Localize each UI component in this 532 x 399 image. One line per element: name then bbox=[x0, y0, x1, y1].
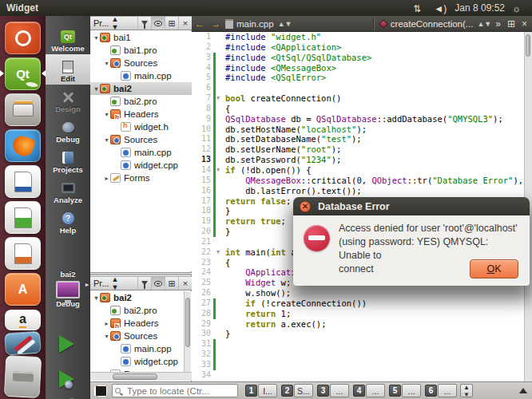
output-pane-2[interactable]: 2S... bbox=[281, 384, 313, 397]
fold-marker-icon[interactable]: ▼ bbox=[216, 93, 224, 104]
tree-item-widget-cpp[interactable]: widget.cpp bbox=[90, 355, 192, 368]
code-line-33[interactable]: 33 bbox=[192, 360, 532, 370]
tree-item-main-cpp[interactable]: main.cpp bbox=[90, 342, 192, 355]
volume-icon[interactable]: ◄) bbox=[434, 3, 444, 13]
code-line-28[interactable]: 28 return 1; bbox=[192, 309, 532, 319]
go-forward-icon[interactable]: → bbox=[211, 18, 220, 30]
tree-vertical-scrollbar[interactable] bbox=[184, 291, 191, 372]
code-line-31[interactable]: 31 bbox=[192, 339, 532, 350]
fold-marker-icon[interactable]: ▼ bbox=[216, 247, 224, 258]
launcher-item-amazon[interactable]: a bbox=[5, 310, 41, 330]
expanded-arrow-icon[interactable]: ▾ bbox=[103, 60, 110, 67]
open-file-dropdown[interactable]: main.cpp ▲▼ bbox=[236, 19, 296, 29]
code-line-3[interactable]: 3#include <QtSql/QSqlDatabase> bbox=[192, 53, 532, 63]
code-line-16[interactable]: 16 db.lastError().text()); bbox=[192, 186, 532, 196]
expanded-arrow-icon[interactable]: ▾ bbox=[93, 85, 100, 93]
expanded-arrow-icon[interactable]: ▾ bbox=[103, 333, 110, 340]
code-line-9[interactable]: 9QSqlDatabase db = QSqlDatabase::addData… bbox=[192, 114, 532, 124]
panel-combo-arrows-icon[interactable]: ▲▼ bbox=[112, 275, 119, 291]
code-line-4[interactable]: 4#include <QMessageBox> bbox=[192, 63, 532, 73]
tree-horizontal-scrollbar[interactable] bbox=[90, 372, 192, 381]
close-panel-icon[interactable]: × bbox=[178, 17, 192, 30]
tree-item-forms[interactable]: ▸Forms bbox=[90, 172, 192, 184]
expanded-arrow-icon[interactable]: ▾ bbox=[103, 111, 110, 118]
symbol-dropdown[interactable]: createConnection(... ▲▼ bbox=[391, 19, 495, 29]
mode-debug[interactable]: Debug bbox=[46, 115, 90, 145]
code-line-5[interactable]: 5#include <QSqlError> bbox=[192, 73, 532, 83]
code-line-15[interactable]: 15 QMessageBox::critical(0, QObject::tr(… bbox=[192, 176, 532, 186]
code-line-32[interactable]: 32 bbox=[192, 350, 532, 360]
launcher-item-qt-creator[interactable]: Qt bbox=[5, 57, 41, 90]
output-pane-4[interactable]: 4... bbox=[353, 384, 385, 397]
toggle-sidebar-icon[interactable] bbox=[94, 385, 107, 397]
tree-item-bai2-pro[interactable]: bai2.pro bbox=[90, 304, 192, 317]
output-pane-6[interactable]: 6... bbox=[425, 384, 457, 397]
ok-button[interactable]: OK bbox=[470, 259, 518, 279]
code-line-8[interactable]: 8{ bbox=[192, 104, 532, 114]
code-line-7[interactable]: 7▼bool createConnection() bbox=[192, 93, 532, 104]
mode-projects[interactable]: Projects bbox=[46, 145, 90, 176]
code-line-14[interactable]: 14▼if (!db.open()) { bbox=[192, 165, 532, 176]
filter-icon[interactable] bbox=[137, 17, 151, 30]
tree-item-bai2[interactable]: ▾bai2 bbox=[90, 82, 192, 95]
target-flyout-arrow[interactable]: ▸ bbox=[85, 281, 89, 288]
dialog-titlebar[interactable]: ✕ Database Error bbox=[293, 197, 530, 215]
code-line-10[interactable]: 10db.setHostName("localhost"); bbox=[192, 124, 532, 135]
code-line-13[interactable]: 13db.setPassword("1234"); bbox=[192, 155, 532, 165]
launcher-item-firefox[interactable] bbox=[5, 129, 41, 162]
output-pane-spinner[interactable]: ▲▼ bbox=[460, 384, 473, 397]
maximize-output-icon[interactable] bbox=[519, 388, 527, 393]
go-back-icon[interactable]: ← bbox=[195, 18, 204, 30]
output-pane-3[interactable]: 3... bbox=[317, 384, 349, 397]
code-line-29[interactable]: 29 return a.exec(); bbox=[192, 319, 532, 330]
launcher-item-libreoffice-writer[interactable] bbox=[5, 165, 41, 198]
launcher-item-software-center[interactable]: A bbox=[5, 273, 41, 306]
tree-item-main-cpp[interactable]: main.cpp bbox=[90, 146, 192, 159]
tree-item-widget-cpp[interactable]: widget.cpp bbox=[90, 159, 192, 172]
expanded-arrow-icon[interactable]: ▾ bbox=[93, 34, 100, 41]
tree-item-headers[interactable]: ▸Headers bbox=[90, 317, 192, 330]
panel-title[interactable]: Pr... bbox=[93, 279, 109, 288]
tree-item-bai2-pro[interactable]: bai2.pro bbox=[90, 95, 192, 108]
close-panel-icon[interactable]: × bbox=[178, 277, 192, 290]
collapsed-arrow-icon[interactable]: ▸ bbox=[103, 320, 110, 327]
collapsed-arrow-icon[interactable]: ▸ bbox=[103, 175, 110, 182]
panel-combo-arrows-icon[interactable]: ▲▼ bbox=[112, 15, 119, 31]
launcher-item-mysql-workbench[interactable] bbox=[4, 330, 42, 355]
build-target-selector[interactable]: bai2 ▸ Debug bbox=[46, 270, 90, 308]
clock[interactable]: Jan 8 09:52 bbox=[455, 2, 505, 14]
locator-input[interactable] bbox=[112, 384, 238, 397]
code-line-26[interactable]: 26 w.show(); bbox=[192, 288, 532, 298]
sync-with-editor-icon[interactable] bbox=[151, 17, 165, 30]
session-gear-icon[interactable]: ☼ bbox=[512, 3, 522, 13]
tree-item-bai2[interactable]: ▾bai2 bbox=[90, 291, 192, 304]
tree-item-sources[interactable]: ▾Sources bbox=[90, 133, 192, 146]
split-panel-icon[interactable]: ⊞ bbox=[165, 277, 178, 290]
mode-edit[interactable]: Edit bbox=[46, 54, 90, 85]
network-updown-icon[interactable]: ⇅ bbox=[413, 3, 423, 13]
launcher-item-file-manager[interactable] bbox=[5, 93, 41, 126]
panel-splitter[interactable] bbox=[90, 272, 192, 275]
output-pane-1[interactable]: 1I... bbox=[245, 384, 277, 397]
toolbar-overflow-icon[interactable]: » bbox=[495, 18, 501, 30]
launcher-item-dash-home[interactable] bbox=[5, 22, 41, 54]
mode-analyze[interactable]: Analyze bbox=[46, 176, 90, 206]
sync-with-editor-icon[interactable] bbox=[151, 277, 165, 290]
tree-item-bai1-pro[interactable]: bai1.pro bbox=[90, 44, 192, 57]
launcher-item-libreoffice-calc[interactable] bbox=[5, 201, 41, 234]
filter-icon[interactable] bbox=[137, 277, 151, 290]
expanded-arrow-icon[interactable]: ▾ bbox=[103, 136, 110, 144]
run-button[interactable] bbox=[59, 335, 74, 353]
mode-help[interactable]: ?Help bbox=[46, 206, 90, 236]
code-line-11[interactable]: 11db.setDatabaseName("test"); bbox=[192, 134, 532, 144]
split-panel-icon[interactable]: ⊞ bbox=[165, 17, 178, 30]
launcher-item-libreoffice-impress[interactable] bbox=[5, 237, 41, 270]
fold-marker-icon[interactable]: ▼ bbox=[216, 165, 224, 176]
launcher-item-printers[interactable] bbox=[4, 355, 42, 398]
tree-item-bai1[interactable]: ▾bai1 bbox=[90, 31, 192, 44]
code-line-27[interactable]: 27 if (!createConnection()) bbox=[192, 298, 532, 309]
tree-item-headers[interactable]: ▾Headers bbox=[90, 108, 192, 120]
tree-item-main-cpp[interactable]: main.cpp bbox=[90, 69, 192, 82]
code-line-12[interactable]: 12db.setUserName("root"); bbox=[192, 144, 532, 155]
panel-title[interactable]: Pr... bbox=[93, 18, 109, 28]
